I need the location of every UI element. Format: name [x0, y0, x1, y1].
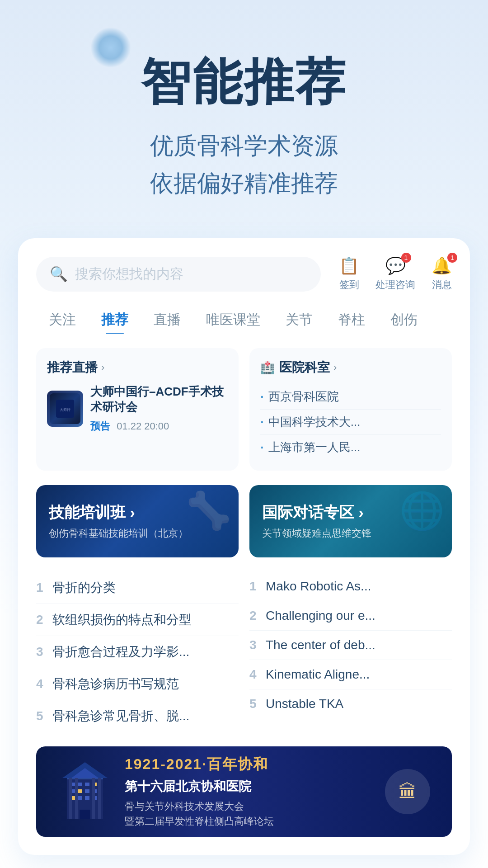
chinese-list: 1 骨折的分类 2 软组织损伤的特点和分型 3 骨折愈合过程及力学影... 4 … [36, 572, 239, 732]
live-meta: 预告 01.22 20:00 [90, 420, 228, 433]
live-thumb-inner: 大师行 [50, 393, 80, 424]
list-text: 骨折的分类 [52, 579, 239, 596]
promo-international[interactable]: 🌐 国际对话专区 › 关节领域疑难点思维交锋 [249, 485, 452, 557]
tab-spine[interactable]: 脊柱 [325, 306, 378, 334]
svg-rect-11 [85, 789, 89, 793]
nav-tabs: 关注 推荐 直播 唯医课堂 关节 脊柱 创伤 [36, 306, 452, 334]
list-item[interactable]: 2 Challenging our e... [249, 601, 452, 631]
toolbar-consult[interactable]: 💬 1 处理咨询 [375, 256, 415, 292]
hospital-list: 西京骨科医院 中国科学技术大... 上海市第一人民... [260, 384, 441, 460]
english-list: 1 Mako Robotic As... 2 Challenging our e… [249, 572, 452, 732]
search-row: 🔍 搜索你想找的内容 📋 签到 💬 1 处理咨询 🔔 1 消息 [36, 256, 452, 292]
list-text: 骨科急诊常见骨折、脱... [52, 708, 239, 725]
list-num: 2 [249, 609, 266, 623]
tab-follow[interactable]: 关注 [36, 306, 89, 334]
svg-rect-14 [78, 796, 82, 800]
svg-rect-22 [92, 778, 95, 819]
hospital-panel-header: 🏥 医院科室 › [260, 359, 441, 376]
tab-trauma[interactable]: 创伤 [378, 306, 430, 334]
search-bar[interactable]: 🔍 搜索你想找的内容 [36, 257, 321, 292]
list-item[interactable]: 5 Unstable TKA [249, 689, 452, 718]
toolbar-message[interactable]: 🔔 1 消息 [432, 256, 452, 292]
promo-banners: 🦴 技能培训班 › 创伤骨科基础技能培训（北京） 🌐 国际对话专区 › 关节领域… [36, 485, 452, 557]
live-panel-arrow: › [101, 362, 104, 373]
hospital-panel[interactable]: 🏥 医院科室 › 西京骨科医院 中国科学技术大... 上海市第一人民... [249, 348, 452, 471]
banner-text-block: 1921-2021·百年协和 第十六届北京协和医院 骨与关节外科技术发展大会 暨… [125, 755, 274, 829]
list-num: 1 [249, 579, 266, 594]
tab-weiyike[interactable]: 唯医课堂 [193, 306, 273, 334]
message-badge: 1 [447, 253, 457, 263]
banner-logo: 🏛 [385, 769, 430, 814]
consult-badge: 1 [401, 253, 411, 263]
list-num: 4 [36, 677, 52, 691]
list-item[interactable]: 2 软组织损伤的特点和分型 [36, 604, 239, 636]
message-icon: 🔔 1 [432, 256, 452, 275]
banner-sub-line2: 暨第二届早发性脊柱侧凸高峰论坛 [125, 814, 274, 829]
tab-recommend[interactable]: 推荐 [89, 306, 141, 334]
checkin-icon: 📋 [339, 256, 359, 275]
hospital-item-2[interactable]: 中国科学技术大... [260, 410, 441, 435]
list-item[interactable]: 1 骨折的分类 [36, 572, 239, 604]
live-panel-title: 推荐直播 [47, 359, 98, 376]
toolbar-icons: 📋 签到 💬 1 处理咨询 🔔 1 消息 [339, 256, 452, 292]
bottom-banner-left: 1921-2021·百年协和 第十六届北京协和医院 骨与关节外科技术发展大会 暨… [58, 755, 274, 829]
svg-text:大师行: 大师行 [60, 408, 70, 412]
international-deco: 🌐 [399, 490, 445, 532]
list-text: 骨科急诊病历书写规范 [52, 675, 239, 693]
hospital-item-1[interactable]: 西京骨科医院 [260, 384, 441, 410]
live-title: 大师中国行–ACDF手术技术研讨会 [90, 384, 228, 415]
toolbar-checkin[interactable]: 📋 签到 [339, 256, 359, 292]
tab-joint[interactable]: 关节 [273, 306, 325, 334]
svg-rect-20 [69, 778, 72, 819]
hero-title: 智能推荐 [27, 54, 461, 109]
live-thumbnail: 大师行 [47, 391, 83, 427]
training-deco: 🦴 [186, 490, 231, 532]
list-text: The center of deb... [266, 638, 452, 652]
live-time: 01.22 20:00 [117, 420, 169, 432]
list-num: 5 [249, 697, 266, 711]
hospital-icon: 🏥 [260, 361, 275, 375]
hospital-panel-title: 医院科室 [279, 359, 330, 376]
app-card: 🔍 搜索你想找的内容 📋 签到 💬 1 处理咨询 🔔 1 消息 [18, 238, 470, 855]
hero-subtitle-line2: 依据偏好精准推荐 [27, 165, 461, 202]
live-panel-header: 推荐直播 › [47, 359, 228, 376]
hero-section: 智能推荐 优质骨科学术资源 依据偏好精准推荐 [0, 0, 488, 238]
list-item[interactable]: 1 Mako Robotic As... [249, 572, 452, 601]
hero-subtitle: 优质骨科学术资源 依据偏好精准推荐 [27, 127, 461, 202]
svg-rect-15 [85, 796, 89, 800]
svg-rect-21 [75, 778, 78, 819]
content-panels: 推荐直播 › 大师行 大师中国行–ACDF手术技术研讨会 预告 [36, 348, 452, 471]
list-num: 1 [36, 580, 52, 595]
list-item[interactable]: 4 Kinematic Aligne... [249, 660, 452, 689]
svg-rect-23 [98, 778, 101, 819]
hospital-item-3[interactable]: 上海市第一人民... [260, 435, 441, 460]
banner-building-illustration [58, 760, 112, 823]
svg-rect-10 [78, 789, 82, 793]
live-item[interactable]: 大师行 大师中国行–ACDF手术技术研讨会 预告 01.22 20:00 [47, 384, 228, 433]
svg-rect-17 [80, 810, 90, 819]
promo-training[interactable]: 🦴 技能培训班 › 创伤骨科基础技能培训（北京） [36, 485, 239, 557]
checkin-label: 签到 [339, 278, 359, 292]
list-item[interactable]: 5 骨科急诊常见骨折、脱... [36, 700, 239, 732]
consult-icon: 💬 1 [385, 256, 406, 275]
tab-live[interactable]: 直播 [141, 306, 193, 334]
search-placeholder-text: 搜索你想找的内容 [75, 265, 183, 283]
banner-sub: 骨与关节外科技术发展大会 暨第二届早发性脊柱侧凸高峰论坛 [125, 799, 274, 829]
list-text: Mako Robotic As... [266, 579, 452, 594]
list-text: 软组织损伤的特点和分型 [52, 611, 239, 628]
hospital-panel-arrow: › [333, 362, 337, 373]
live-panel[interactable]: 推荐直播 › 大师行 大师中国行–ACDF手术技术研讨会 预告 [36, 348, 239, 471]
list-item[interactable]: 3 骨折愈合过程及力学影... [36, 636, 239, 668]
content-lists: 1 骨折的分类 2 软组织损伤的特点和分型 3 骨折愈合过程及力学影... 4 … [36, 572, 452, 732]
list-item[interactable]: 4 骨科急诊病历书写规范 [36, 668, 239, 700]
list-num: 3 [249, 638, 266, 652]
list-item[interactable]: 3 The center of deb... [249, 631, 452, 660]
bottom-banner[interactable]: 1921-2021·百年协和 第十六届北京协和医院 骨与关节外科技术发展大会 暨… [36, 746, 452, 837]
banner-year: 1921-2021·百年协和 [125, 755, 274, 774]
list-num: 3 [36, 645, 52, 659]
banner-sub-line1: 骨与关节外科技术发展大会 [125, 799, 274, 814]
list-text: Kinematic Aligne... [266, 667, 452, 682]
banner-main-title: 第十六届北京协和医院 [125, 778, 274, 795]
list-text: Challenging our e... [266, 609, 452, 623]
list-text: Unstable TKA [266, 697, 452, 711]
